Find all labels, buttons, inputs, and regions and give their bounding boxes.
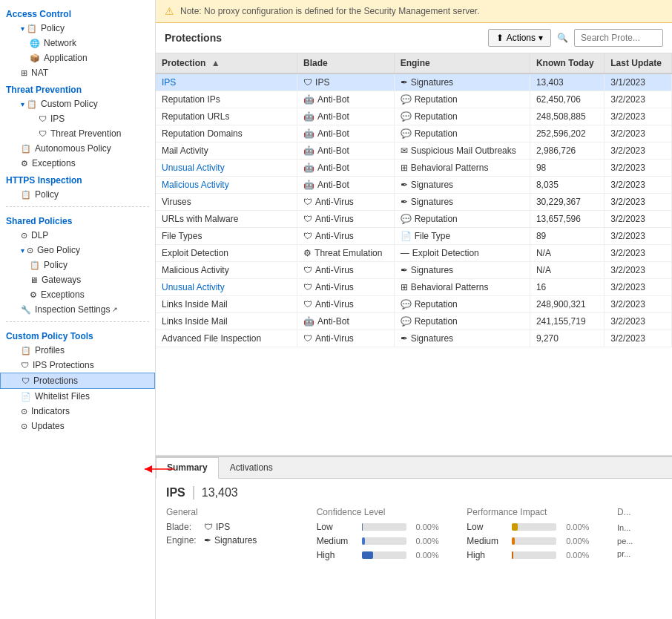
known-today-cell: 248,900,321 xyxy=(530,296,604,313)
sidebar-item-protections[interactable]: 🛡 Protections xyxy=(0,373,155,389)
engine-cell: 📄File Type xyxy=(394,228,530,245)
engine-cell: ⊞Behavioral Patterns xyxy=(394,279,530,296)
sidebar-item-ips-protections[interactable]: 🛡 IPS Protections xyxy=(0,358,155,373)
panel-title: IPS 13,403 xyxy=(166,486,662,500)
sidebar-item-threat-prevention[interactable]: 🛡 Threat Prevention xyxy=(0,126,155,141)
engine-icon: 📄 xyxy=(401,231,412,241)
engine-icon: ⊞ xyxy=(401,163,408,173)
geo-icon: ⊙ xyxy=(27,246,33,255)
engine-icon: ⊞ xyxy=(401,282,408,292)
engine-cell: ✉Suspicious Mail Outbreaks xyxy=(394,143,530,160)
blade-icon: 🛡 xyxy=(303,214,312,224)
sidebar-item-network[interactable]: 🌐 Network xyxy=(0,36,155,50)
known-today-cell: N/A xyxy=(530,262,604,279)
table-body: IPS🛡IPS✒Signatures13,4033/1/2023Reputati… xyxy=(156,73,672,347)
engine-icon: ✉ xyxy=(401,145,408,156)
sidebar-section-access-control[interactable]: Access Control xyxy=(0,4,155,21)
engine-icon: 💬 xyxy=(401,111,412,122)
protection-cell[interactable]: Unusual Activity xyxy=(156,160,297,177)
panel-col-performance: Performance Impact Low 0.00% Medium 0 xyxy=(467,507,602,564)
blade-field: Blade: 🛡 IPS xyxy=(166,522,302,532)
sidebar-item-whitelist-files[interactable]: 📄 Whitelist Files xyxy=(0,389,155,404)
blade-icon: 🛡 xyxy=(303,77,312,88)
col-last-update: Last Update xyxy=(605,53,672,73)
perf-low-pct: 0.00% xyxy=(561,523,589,531)
sidebar-item-updates[interactable]: ⊙ Updates xyxy=(0,419,155,433)
sidebar-item-custom-policy[interactable]: ▾ 📋 Custom Policy xyxy=(0,96,155,111)
engine-cell: 💬Reputation xyxy=(394,211,530,228)
sidebar-item-inspection-settings[interactable]: 🔧 Inspection Settings ↗ xyxy=(0,302,155,317)
protection-cell[interactable]: IPS xyxy=(156,73,297,91)
protections-icon: 🛡 xyxy=(22,376,30,385)
sidebar-item-exceptions[interactable]: ⚙ Exceptions xyxy=(0,156,155,171)
engine-icon: ✒ xyxy=(401,265,408,275)
sidebar-item-geo-policy[interactable]: ▾ ⊙ Geo Policy xyxy=(0,243,155,258)
red-arrow-indicator xyxy=(137,462,156,476)
protections-table-area: Protection ▲ Blade Engine Known Today La… xyxy=(156,53,672,456)
panel-content: IPS 13,403 General Blade: 🛡 IPS Engine xyxy=(156,479,672,619)
table-row: Exploit Detection⚙Threat Emulation—Explo… xyxy=(156,245,672,262)
sidebar-section-threat-prevention[interactable]: Threat Prevention xyxy=(0,80,155,96)
tab-summary[interactable]: Summary xyxy=(156,457,219,479)
perf-high-fill xyxy=(512,551,513,559)
sidebar-section-https[interactable]: HTTPS Inspection xyxy=(0,171,155,187)
blade-icon: 🛡 xyxy=(303,299,312,310)
gateways-icon: 🖥 xyxy=(30,275,38,284)
known-today-cell: 8,035 xyxy=(530,177,604,194)
perf-medium: Medium 0.00% xyxy=(467,536,602,546)
actions-export-icon: ⬆ xyxy=(496,33,504,43)
actions-button[interactable]: ⬆ Actions ▾ xyxy=(488,29,551,47)
engine-value: ✒ Signatures xyxy=(204,535,257,546)
sidebar-item-ips[interactable]: 🛡 IPS xyxy=(0,111,155,126)
sidebar-item-dlp[interactable]: ⊙ DLP xyxy=(0,228,155,243)
table-row: Malicious Activity🛡Anti-Virus✒Signatures… xyxy=(156,262,672,279)
table-row: Mail Activity🤖Anti-Bot✉Suspicious Mail O… xyxy=(156,143,672,160)
table-row: Links Inside Mail🛡Anti-Virus💬Reputation2… xyxy=(156,296,672,313)
https-policy-icon: 📋 xyxy=(21,190,31,200)
conf-high-pct: 0.00% xyxy=(411,551,439,560)
table-row: Advanced File Inspection🛡Anti-Virus✒Sign… xyxy=(156,330,672,347)
blade-cell: 🤖Anti-Bot xyxy=(297,160,395,177)
engine-cell: 💬Reputation xyxy=(394,108,530,125)
panel-col-fourth: D... In...pe...pr... xyxy=(617,507,662,564)
sidebar-section-shared[interactable]: Shared Policies xyxy=(0,212,155,228)
known-today-cell: 98 xyxy=(530,160,604,177)
protection-cell: Mail Activity xyxy=(156,143,297,160)
panel-col-confidence: Confidence Level Low 0.00% Medium 0.0 xyxy=(317,507,452,564)
sidebar-item-geo-exceptions[interactable]: ⚙ Exceptions xyxy=(0,287,155,302)
last-update-cell: 3/2/2023 xyxy=(605,211,672,228)
perf-med-bar xyxy=(512,537,556,545)
sidebar-item-profiles[interactable]: 📋 Profiles xyxy=(0,343,155,358)
sidebar-section-custom-tools[interactable]: Custom Policy Tools xyxy=(0,327,155,343)
last-update-cell: 3/2/2023 xyxy=(605,125,672,143)
blade-cell: 🤖Anti-Bot xyxy=(297,313,395,330)
sidebar-item-policy[interactable]: ▾ 📋 Policy xyxy=(0,21,155,36)
blade-icon: 🤖 xyxy=(303,128,314,139)
main-content: ⚠ Note: No proxy configuration is define… xyxy=(156,0,672,619)
protection-cell[interactable]: Malicious Activity xyxy=(156,177,297,194)
sidebar: Access Control ▾ 📋 Policy 🌐 Network 📦 Ap… xyxy=(0,0,156,619)
sidebar-item-application[interactable]: 📦 Application xyxy=(0,50,155,65)
sidebar-item-autonomous-policy[interactable]: 📋 Autonomous Policy xyxy=(0,141,155,156)
sidebar-item-https-policy[interactable]: 📋 Policy xyxy=(0,187,155,202)
col-known-today: Known Today xyxy=(530,53,604,73)
blade-cell: 🤖Anti-Bot xyxy=(297,177,395,194)
sidebar-item-indicators[interactable]: ⊙ Indicators xyxy=(0,404,155,419)
sidebar-item-gateways[interactable]: 🖥 Gateways xyxy=(0,272,155,287)
protection-cell: Viruses xyxy=(156,194,297,211)
warning-text: Note: No proxy configuration is defined … xyxy=(180,6,480,16)
tab-activations[interactable]: Activations xyxy=(219,457,284,478)
table-row: Malicious Activity🤖Anti-Bot✒Signatures8,… xyxy=(156,177,672,194)
fourth-col-content: In...pe...pr... xyxy=(617,522,662,561)
sidebar-item-geo-sub-policy[interactable]: 📋 Policy xyxy=(0,258,155,272)
sidebar-item-nat[interactable]: ⊞ NAT xyxy=(0,65,155,80)
header-actions: ⬆ Actions ▾ 🔍 xyxy=(488,29,663,47)
engine-icon: ✒ xyxy=(401,180,408,190)
last-update-cell: 3/2/2023 xyxy=(605,194,672,211)
protection-cell[interactable]: Unusual Activity xyxy=(156,279,297,296)
protections-table: Protection ▲ Blade Engine Known Today La… xyxy=(156,53,672,347)
tabs-row: Summary Activations xyxy=(156,457,672,479)
search-input[interactable] xyxy=(574,29,663,47)
known-today-cell: 9,270 xyxy=(530,330,604,347)
policy-icon: 📋 xyxy=(27,24,37,33)
